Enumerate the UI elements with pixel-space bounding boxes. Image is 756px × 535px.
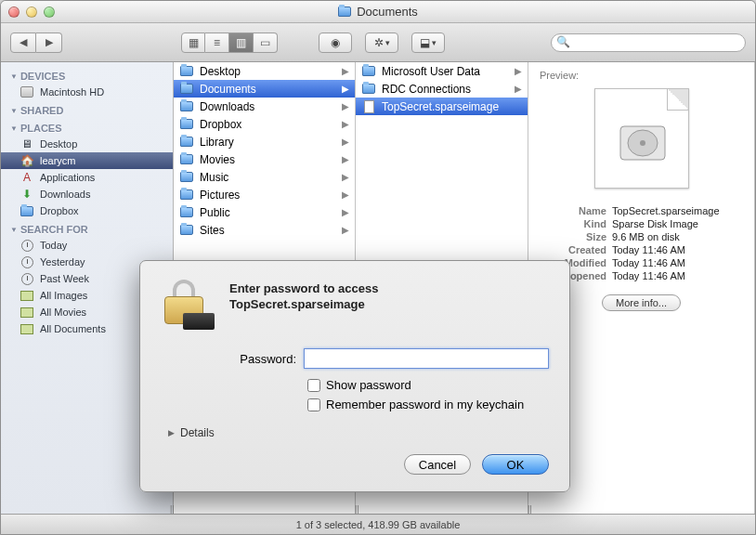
desktop-icon: 🖥 <box>20 137 34 151</box>
sidebar-section-header[interactable]: ▼ PLACES <box>1 118 173 136</box>
coverflow-view-button[interactable]: ▭ <box>254 33 278 53</box>
sidebar-item-label: learycm <box>40 155 76 166</box>
close-window-button[interactable] <box>8 7 20 18</box>
list-item-label: Documents <box>200 83 256 96</box>
sidebar-item-learycm[interactable]: 🏠learycm <box>1 152 173 169</box>
details-disclosure[interactable]: ▶ Details <box>168 426 549 439</box>
hd-icon <box>20 85 34 99</box>
meta-value: TopSecret.sparseimage <box>612 205 743 216</box>
list-item[interactable]: Microsoft User Data▶ <box>356 62 528 80</box>
splitter-handle[interactable]: || <box>170 504 175 514</box>
password-input[interactable] <box>304 348 549 369</box>
list-item[interactable]: TopSecret.sparseimage <box>356 98 528 115</box>
sidebar-item-label: Yesterday <box>40 256 85 268</box>
splitter-handle[interactable]: || <box>355 504 359 514</box>
chevron-right-icon: ▶ <box>342 137 349 147</box>
sidebar-section-header[interactable]: ▼ DEVICES <box>1 66 173 84</box>
sidebar-item-label: Past Week <box>40 273 89 284</box>
status-text: 1 of 3 selected, 418.99 GB available <box>296 519 461 530</box>
meta-value: Sparse Disk Image <box>612 218 743 229</box>
folder-icon <box>180 172 193 182</box>
dialog-message-line1: Enter password to access <box>229 281 378 297</box>
chevron-right-icon: ▶ <box>342 225 349 235</box>
sidebar-item-label: Desktop <box>40 138 77 150</box>
back-button[interactable]: ◀ <box>10 33 36 53</box>
file-icon <box>364 100 374 113</box>
list-item[interactable]: Library▶ <box>174 133 355 150</box>
sidebar-item-label: All Movies <box>40 307 86 318</box>
remember-keychain-checkbox[interactable] <box>307 398 320 411</box>
list-item-label: Downloads <box>200 100 254 113</box>
toolbar: ◀ ▶ ▦ ≡ ▥ ▭ ◉ ✲▾ ⬓▾ 🔍 <box>1 23 755 62</box>
clock-icon <box>20 238 34 253</box>
list-view-button[interactable]: ≡ <box>205 33 229 53</box>
gear-icon: ✲ <box>374 36 384 49</box>
home-icon: 🏠 <box>20 153 34 168</box>
folder-icon <box>180 154 193 164</box>
show-password-checkbox[interactable] <box>307 379 320 392</box>
list-item[interactable]: Music▶ <box>174 168 355 186</box>
meta-key: Size <box>540 231 606 242</box>
chevron-right-icon: ▶ <box>342 119 349 129</box>
img-icon <box>20 305 34 320</box>
quicklook-button[interactable]: ◉ <box>319 33 352 53</box>
list-item[interactable]: Sites▶ <box>174 221 355 239</box>
sidebar-item-today[interactable]: Today <box>1 237 173 254</box>
chevron-right-icon: ▶ <box>342 207 349 217</box>
img-icon <box>20 321 34 336</box>
list-item[interactable]: Documents▶ <box>174 80 355 98</box>
search-icon: 🔍 <box>556 35 570 48</box>
list-item[interactable]: Public▶ <box>174 203 355 221</box>
sidebar-item-applications[interactable]: AApplications <box>1 169 173 186</box>
sidebar-item-label: Today <box>40 240 67 251</box>
column-view-button[interactable]: ▥ <box>229 33 254 53</box>
search-input[interactable] <box>551 33 746 52</box>
downloads-icon: ⬇ <box>20 187 34 202</box>
clock-icon <box>20 271 34 286</box>
list-item[interactable]: Desktop▶ <box>174 62 355 80</box>
sidebar-item-downloads[interactable]: ⬇Downloads <box>1 186 173 202</box>
dropbox-icon: ⬓ <box>420 36 430 49</box>
img-icon <box>20 288 34 303</box>
more-info-button[interactable]: More info... <box>602 294 681 311</box>
chevron-right-icon: ▶ <box>342 66 349 76</box>
chevron-down-icon: ▾ <box>432 38 437 47</box>
chevron-right-icon: ▶ <box>342 154 349 164</box>
sidebar-item-label: Downloads <box>40 189 90 200</box>
traffic-lights <box>8 7 55 18</box>
preview-header: Preview: <box>540 70 743 81</box>
splitter-handle[interactable]: || <box>528 504 532 514</box>
sidebar-item-dropbox[interactable]: Dropbox <box>1 202 173 219</box>
eye-icon: ◉ <box>331 36 340 49</box>
minimize-window-button[interactable] <box>26 7 37 18</box>
sidebar-section-header[interactable]: ▼ SHARED <box>1 100 173 118</box>
folder-icon <box>180 84 193 94</box>
ok-button[interactable]: OK <box>482 454 549 475</box>
sidebar-item-desktop[interactable]: 🖥Desktop <box>1 136 173 152</box>
forward-button[interactable]: ▶ <box>36 33 62 53</box>
disclosure-triangle-icon: ▼ <box>10 124 18 133</box>
action-menu-button[interactable]: ✲▾ <box>365 33 398 53</box>
search-area: 🔍 <box>458 33 746 52</box>
list-item[interactable]: Dropbox▶ <box>174 115 355 133</box>
list-item[interactable]: Movies▶ <box>174 150 355 168</box>
show-password-label: Show password <box>326 378 411 392</box>
folder-icon <box>180 225 193 235</box>
dropbox-button[interactable]: ⬓▾ <box>411 33 445 53</box>
sidebar-item-macintosh-hd[interactable]: Macintosh HD <box>1 84 173 100</box>
list-item-label: Sites <box>200 224 225 237</box>
password-label: Password: <box>231 352 296 366</box>
list-item-label: Movies <box>200 153 235 166</box>
folder-icon <box>180 119 193 129</box>
list-item[interactable]: RDC Connections▶ <box>356 80 528 98</box>
sidebar-section-header[interactable]: ▼ SEARCH FOR <box>1 219 173 237</box>
zoom-window-button[interactable] <box>44 7 55 18</box>
cancel-button[interactable]: Cancel <box>404 454 471 475</box>
chevron-right-icon: ▶ <box>342 101 349 111</box>
icon-view-button[interactable]: ▦ <box>181 33 205 53</box>
chevron-right-icon: ▶ <box>342 172 349 182</box>
chevron-right-icon: ▶ <box>342 84 349 94</box>
list-item[interactable]: Pictures▶ <box>174 186 355 203</box>
list-item[interactable]: Downloads▶ <box>174 98 355 115</box>
disclosure-triangle-icon: ▼ <box>10 107 18 115</box>
